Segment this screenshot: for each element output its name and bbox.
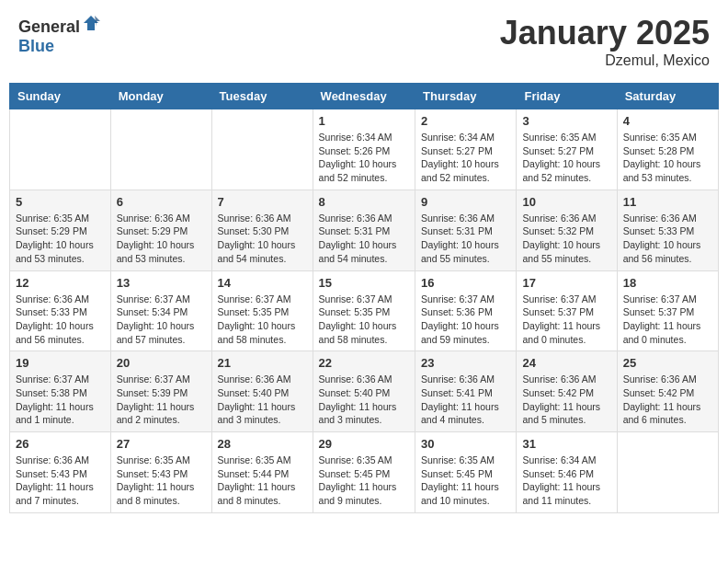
- day-info: Sunrise: 6:37 AMSunset: 5:35 PMDaylight:…: [319, 293, 409, 347]
- day-number: 6: [117, 195, 206, 209]
- day-cell: 23Sunrise: 6:36 AMSunset: 5:41 PMDayligh…: [415, 351, 517, 432]
- day-number: 23: [421, 356, 510, 370]
- day-number: 15: [319, 276, 409, 290]
- day-info: Sunrise: 6:36 AMSunset: 5:31 PMDaylight:…: [319, 212, 409, 266]
- day-info: Sunrise: 6:37 AMSunset: 5:37 PMDaylight:…: [623, 293, 712, 347]
- day-info: Sunrise: 6:35 AMSunset: 5:45 PMDaylight:…: [319, 454, 409, 508]
- header-monday: Monday: [110, 84, 211, 109]
- day-info: Sunrise: 6:36 AMSunset: 5:30 PMDaylight:…: [218, 212, 307, 266]
- day-number: 21: [218, 356, 307, 370]
- day-cell: 25Sunrise: 6:36 AMSunset: 5:42 PMDayligh…: [617, 351, 718, 432]
- day-number: 11: [623, 195, 712, 209]
- day-number: 27: [117, 437, 206, 451]
- day-cell: [10, 109, 111, 190]
- day-number: 5: [16, 195, 105, 209]
- day-info: Sunrise: 6:36 AMSunset: 5:29 PMDaylight:…: [117, 212, 206, 266]
- day-info: Sunrise: 6:37 AMSunset: 5:38 PMDaylight:…: [16, 373, 105, 427]
- day-cell: [110, 109, 211, 190]
- day-number: 7: [218, 195, 307, 209]
- day-cell: 16Sunrise: 6:37 AMSunset: 5:36 PMDayligh…: [415, 270, 517, 351]
- week-row-1: 1Sunrise: 6:34 AMSunset: 5:26 PMDaylight…: [10, 109, 719, 190]
- day-number: 17: [522, 276, 610, 290]
- calendar-header-row: SundayMondayTuesdayWednesdayThursdayFrid…: [10, 84, 719, 109]
- day-info: Sunrise: 6:36 AMSunset: 5:33 PMDaylight:…: [623, 212, 712, 266]
- day-info: Sunrise: 6:34 AMSunset: 5:46 PMDaylight:…: [522, 454, 610, 508]
- day-cell: 9Sunrise: 6:36 AMSunset: 5:31 PMDaylight…: [415, 190, 517, 270]
- location-title: Dzemul, Mexico: [500, 52, 710, 69]
- day-cell: 14Sunrise: 6:37 AMSunset: 5:35 PMDayligh…: [211, 270, 313, 351]
- day-info: Sunrise: 6:36 AMSunset: 5:42 PMDaylight:…: [623, 373, 712, 427]
- day-cell: 18Sunrise: 6:37 AMSunset: 5:37 PMDayligh…: [617, 270, 718, 351]
- day-cell: 2Sunrise: 6:34 AMSunset: 5:27 PMDaylight…: [415, 109, 517, 190]
- day-cell: 3Sunrise: 6:35 AMSunset: 5:27 PMDaylight…: [517, 109, 617, 190]
- day-number: 16: [421, 276, 510, 290]
- day-number: 13: [117, 276, 206, 290]
- day-cell: 13Sunrise: 6:37 AMSunset: 5:34 PMDayligh…: [110, 270, 211, 351]
- day-number: 19: [16, 356, 105, 370]
- day-info: Sunrise: 6:37 AMSunset: 5:35 PMDaylight:…: [218, 293, 307, 347]
- day-info: Sunrise: 6:35 AMSunset: 5:44 PMDaylight:…: [218, 454, 307, 508]
- day-number: 10: [522, 195, 610, 209]
- header-friday: Friday: [517, 84, 617, 109]
- day-number: 9: [421, 195, 510, 209]
- header-wednesday: Wednesday: [313, 84, 415, 109]
- day-cell: 6Sunrise: 6:36 AMSunset: 5:29 PMDaylight…: [110, 190, 211, 270]
- day-cell: 10Sunrise: 6:36 AMSunset: 5:32 PMDayligh…: [517, 190, 617, 270]
- week-row-2: 5Sunrise: 6:35 AMSunset: 5:29 PMDaylight…: [10, 190, 719, 270]
- day-cell: 4Sunrise: 6:35 AMSunset: 5:28 PMDaylight…: [617, 109, 718, 190]
- day-cell: 1Sunrise: 6:34 AMSunset: 5:26 PMDaylight…: [313, 109, 415, 190]
- logo-general: General: [18, 17, 80, 36]
- header-sunday: Sunday: [10, 84, 111, 109]
- day-info: Sunrise: 6:35 AMSunset: 5:28 PMDaylight:…: [623, 131, 712, 185]
- day-info: Sunrise: 6:35 AMSunset: 5:27 PMDaylight:…: [522, 131, 610, 185]
- day-cell: [617, 432, 718, 513]
- day-number: 24: [522, 356, 610, 370]
- day-cell: 21Sunrise: 6:36 AMSunset: 5:40 PMDayligh…: [211, 351, 313, 432]
- day-cell: 28Sunrise: 6:35 AMSunset: 5:44 PMDayligh…: [211, 432, 313, 513]
- day-info: Sunrise: 6:36 AMSunset: 5:41 PMDaylight:…: [421, 373, 510, 427]
- day-cell: 17Sunrise: 6:37 AMSunset: 5:37 PMDayligh…: [517, 270, 617, 351]
- header-saturday: Saturday: [617, 84, 718, 109]
- day-number: 29: [319, 437, 409, 451]
- day-number: 25: [623, 356, 712, 370]
- header-thursday: Thursday: [415, 84, 517, 109]
- title-block: January 2025 Dzemul, Mexico: [500, 14, 710, 69]
- day-info: Sunrise: 6:36 AMSunset: 5:32 PMDaylight:…: [522, 212, 610, 266]
- day-cell: 11Sunrise: 6:36 AMSunset: 5:33 PMDayligh…: [617, 190, 718, 270]
- day-number: 20: [117, 356, 206, 370]
- calendar-table: SundayMondayTuesdayWednesdayThursdayFrid…: [9, 83, 719, 513]
- day-info: Sunrise: 6:35 AMSunset: 5:43 PMDaylight:…: [117, 454, 206, 508]
- day-info: Sunrise: 6:34 AMSunset: 5:26 PMDaylight:…: [319, 131, 409, 185]
- logo: General Blue: [18, 14, 100, 56]
- day-info: Sunrise: 6:36 AMSunset: 5:42 PMDaylight:…: [522, 373, 610, 427]
- day-number: 14: [218, 276, 307, 290]
- week-row-5: 26Sunrise: 6:36 AMSunset: 5:43 PMDayligh…: [10, 432, 719, 513]
- page-header: General Blue January 2025 Dzemul, Mexico: [9, 9, 719, 74]
- day-info: Sunrise: 6:36 AMSunset: 5:33 PMDaylight:…: [16, 293, 105, 347]
- day-cell: 31Sunrise: 6:34 AMSunset: 5:46 PMDayligh…: [517, 432, 617, 513]
- day-number: 3: [522, 114, 610, 128]
- day-number: 30: [421, 437, 510, 451]
- day-info: Sunrise: 6:36 AMSunset: 5:43 PMDaylight:…: [16, 454, 105, 508]
- day-info: Sunrise: 6:35 AMSunset: 5:29 PMDaylight:…: [16, 212, 105, 266]
- logo-block: General Blue: [18, 14, 100, 56]
- day-cell: 24Sunrise: 6:36 AMSunset: 5:42 PMDayligh…: [517, 351, 617, 432]
- day-cell: 12Sunrise: 6:36 AMSunset: 5:33 PMDayligh…: [10, 270, 111, 351]
- day-number: 18: [623, 276, 712, 290]
- day-number: 22: [319, 356, 409, 370]
- day-cell: 19Sunrise: 6:37 AMSunset: 5:38 PMDayligh…: [10, 351, 111, 432]
- day-cell: 26Sunrise: 6:36 AMSunset: 5:43 PMDayligh…: [10, 432, 111, 513]
- logo-blue: Blue: [18, 37, 54, 55]
- day-cell: 8Sunrise: 6:36 AMSunset: 5:31 PMDaylight…: [313, 190, 415, 270]
- day-number: 31: [522, 437, 610, 451]
- day-info: Sunrise: 6:37 AMSunset: 5:39 PMDaylight:…: [117, 373, 206, 427]
- week-row-4: 19Sunrise: 6:37 AMSunset: 5:38 PMDayligh…: [10, 351, 719, 432]
- day-info: Sunrise: 6:37 AMSunset: 5:37 PMDaylight:…: [522, 293, 610, 347]
- day-cell: 15Sunrise: 6:37 AMSunset: 5:35 PMDayligh…: [313, 270, 415, 351]
- day-number: 4: [623, 114, 712, 128]
- day-cell: 20Sunrise: 6:37 AMSunset: 5:39 PMDayligh…: [110, 351, 211, 432]
- day-cell: 29Sunrise: 6:35 AMSunset: 5:45 PMDayligh…: [313, 432, 415, 513]
- day-cell: 27Sunrise: 6:35 AMSunset: 5:43 PMDayligh…: [110, 432, 211, 513]
- day-number: 28: [218, 437, 307, 451]
- day-cell: 5Sunrise: 6:35 AMSunset: 5:29 PMDaylight…: [10, 190, 111, 270]
